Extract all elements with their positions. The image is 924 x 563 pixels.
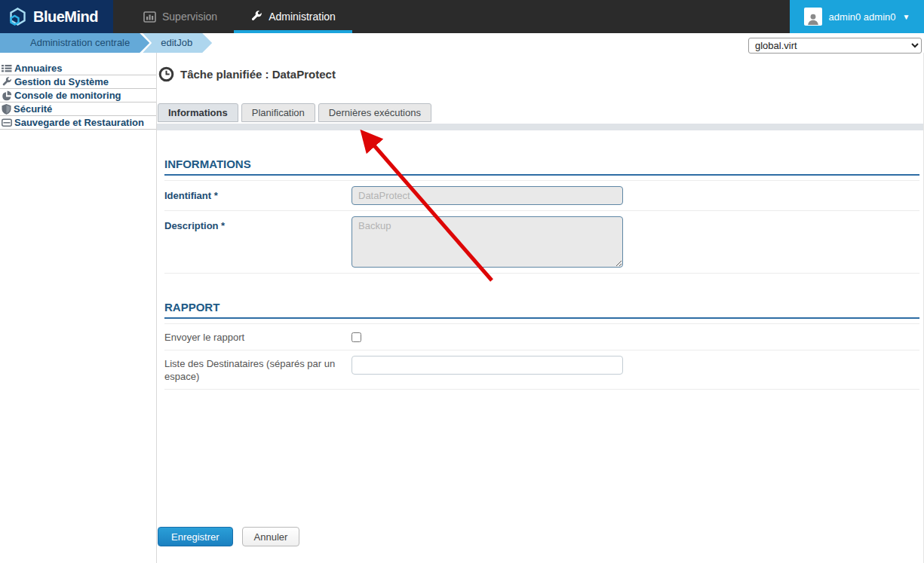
caret-down-icon: ▼: [902, 13, 910, 21]
drive-icon: [2, 118, 12, 127]
cancel-button[interactable]: Annuler: [242, 527, 300, 546]
description-label: Description *: [164, 216, 351, 231]
nav-supervision-label: Supervision: [162, 11, 217, 23]
content-panel: Tâche planifiée : DataProtect Informatio…: [156, 53, 924, 563]
destinataires-label: Liste des Destinataires (séparés par un …: [164, 356, 351, 384]
destinataires-field[interactable]: [351, 356, 623, 375]
bar-chart-icon: [143, 11, 156, 23]
wrench-icon: [250, 11, 262, 23]
breadcrumb-administration-centrale[interactable]: Administration centrale: [0, 33, 149, 53]
nav-administration-label: Administration: [269, 11, 336, 23]
destinataires-row: Liste des Destinataires (séparés par un …: [164, 350, 919, 390]
sidebar-item-console-monitoring[interactable]: Console de monitoring: [0, 89, 156, 103]
sidebar-item-sauvegarde[interactable]: Sauvegarde et Restauration: [0, 116, 156, 130]
top-nav: Supervision Administration: [127, 0, 352, 33]
identifiant-label: Identifiant *: [164, 186, 351, 201]
sidebar-item-securite[interactable]: Sécurité: [0, 103, 156, 116]
sidebar-item-gestion-systeme[interactable]: Gestion du Système: [0, 75, 156, 89]
bluemind-hexagon-icon: [8, 7, 28, 27]
user-menu[interactable]: admin0 admin0 ▼: [790, 0, 924, 33]
identifiant-row: Identifiant *: [164, 181, 919, 211]
sidebar-item-label: Annuaires: [14, 63, 63, 74]
tab-content-strip: [157, 124, 923, 130]
identifiant-field[interactable]: [351, 186, 623, 205]
sidebar-item-label: Sécurité: [14, 103, 52, 115]
sidebar-item-label: Sauvegarde et Restauration: [14, 117, 144, 128]
job-form: INFORMATIONS Identifiant * Description *…: [157, 158, 923, 390]
top-bar: BlueMind Supervision: [0, 0, 924, 33]
section-heading-informations: INFORMATIONS: [164, 158, 919, 176]
breadcrumb: Administration centrale editJob global.v…: [0, 33, 924, 53]
shield-icon: [2, 104, 11, 115]
nav-supervision[interactable]: Supervision: [127, 0, 234, 33]
breadcrumb-editjob[interactable]: editJob: [143, 33, 212, 53]
pie-chart-icon: [2, 90, 12, 101]
bluemind-admin-page: BlueMind Supervision: [0, 0, 924, 563]
page-title-row: Tâche planifiée : DataProtect: [158, 66, 923, 82]
list-icon: [2, 63, 12, 73]
bluemind-logo[interactable]: BlueMind: [0, 0, 113, 33]
sidebar-item-label: Console de monitoring: [14, 90, 121, 101]
brand-name: BlueMind: [33, 8, 98, 26]
rapport-table: Envoyer le rapport Liste des Destinatair…: [164, 323, 919, 390]
page-title: Tâche planifiée : DataProtect: [180, 68, 336, 81]
sidebar-item-label: Gestion du Système: [14, 76, 109, 87]
sidebar-item-annuaires[interactable]: Annuaires: [0, 62, 156, 75]
user-name: admin0 admin0: [829, 11, 896, 23]
description-field[interactable]: [351, 216, 623, 268]
domain-select[interactable]: global.virt: [748, 38, 922, 54]
nav-administration[interactable]: Administration: [234, 0, 352, 33]
tab-informations[interactable]: Informations: [158, 103, 238, 122]
main-layout: Annuaires Gestion du Système Console: [0, 53, 924, 563]
envoyer-rapport-checkbox[interactable]: [351, 332, 361, 342]
save-button[interactable]: Enregistrer: [158, 527, 233, 546]
wrench-icon: [2, 77, 12, 87]
clock-icon: [158, 66, 174, 82]
description-row: Description *: [164, 211, 919, 274]
envoyer-rapport-row: Envoyer le rapport: [164, 324, 919, 350]
envoyer-rapport-label: Envoyer le rapport: [164, 329, 351, 344]
sidebar: Annuaires Gestion du Système Console: [0, 53, 156, 563]
tab-planification[interactable]: Planification: [241, 103, 315, 122]
tab-dernieres-executions[interactable]: Dernières exécutions: [318, 103, 431, 122]
tab-bar: Informations Planification Dernières exé…: [158, 103, 923, 122]
informations-table: Identifiant * Description *: [164, 180, 919, 274]
user-avatar-icon: [804, 8, 822, 26]
form-actions: Enregistrer Annuler: [158, 527, 299, 546]
section-heading-rapport: RAPPORT: [164, 301, 919, 319]
